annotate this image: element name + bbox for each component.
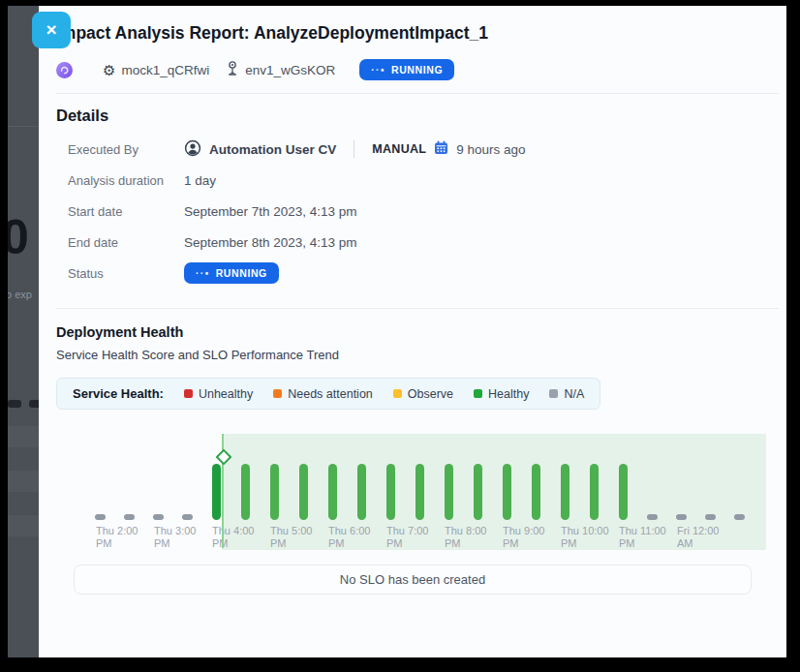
legend-swatch-icon [393,389,402,398]
executed-time: 9 hours ago [456,142,525,157]
close-button[interactable]: × [32,12,71,48]
detail-label: Executed By [68,142,184,157]
background-pill [29,400,39,408]
health-bar[interactable] [241,464,250,520]
x-axis-tick-label: Fri 12:00AM [677,525,719,550]
x-axis-tick-label: Thu 3:00PM [154,525,196,550]
background-metric-number: 0 [8,209,28,265]
health-bar[interactable] [328,464,337,520]
background-partial-text: o exp [8,289,32,300]
detail-row-end-date: End date September 8th 2023, 4:13 pm [56,231,769,253]
legend-item: Observe [393,387,453,401]
executed-by-user: Automation User CV [209,142,336,157]
legend-label: Unhealthy [199,387,253,401]
health-bar[interactable] [386,464,395,520]
health-bar[interactable] [182,514,193,520]
details-section: Details Executed By Automation User CV M… [39,94,786,295]
health-bar[interactable] [124,514,135,520]
health-bar[interactable] [445,464,453,520]
vertical-divider [354,140,354,158]
status-badge-label: RUNNING [216,267,267,279]
health-bar[interactable] [705,514,716,520]
detail-row-executed-by: Executed By Automation User CV MANUAL [56,138,769,160]
legend-label: Needs attention [288,387,373,401]
meta-row: ⚙ mock1_qCRfwi env1_wGsKOR ··• [56,59,769,80]
chart-subtitle: Service Health Score and SLO Performance… [56,348,769,362]
legend-label: Healthy [488,387,529,401]
health-bar[interactable] [619,464,628,520]
health-bar[interactable] [503,464,511,520]
environment-name: env1_wGsKOR [245,63,335,77]
legend-item: Unhealthy [184,387,253,401]
page-title: Impact Analysis Report: AnalyzeDeploymen… [56,23,769,44]
background-table-row [8,426,39,447]
health-bar[interactable] [270,464,279,520]
x-axis-tick-label: Thu 8:00PM [445,525,486,550]
detail-label: Start date [68,204,184,219]
detail-value: September 7th 2023, 4:13 pm [184,204,357,219]
x-axis-tick-label: Thu 10:00PM [561,525,609,550]
x-axis-tick-label: Thu 9:00PM [503,525,544,550]
health-bar[interactable] [474,464,482,520]
health-bar[interactable] [357,464,366,520]
workflow-name: mock1_qCRfwi [121,63,209,77]
health-bar[interactable] [299,464,308,520]
legend-item: Healthy [474,387,529,401]
screenshot-frame: 0 o exp × Impact Analysis Report: Analyz… [0,0,800,672]
running-dots-icon: ··• [196,268,210,279]
background-pill [8,400,21,408]
detail-row-status: Status ··• RUNNING [56,262,769,284]
health-bar[interactable] [212,464,221,520]
running-dots-icon: ··• [371,65,385,76]
environment-icon [226,60,239,79]
legend-swatch-icon [273,389,282,398]
background-table-row [8,471,39,492]
details-heading: Details [56,107,769,125]
health-bar[interactable] [153,514,164,520]
health-bar[interactable] [415,464,424,520]
impact-analysis-icon [56,62,73,78]
legend-title: Service Health: [73,386,164,401]
x-axis-tick-label: Thu 6:00PM [328,525,370,550]
no-slo-message-box: No SLO has been created [74,565,752,595]
health-bar[interactable] [95,514,106,520]
detail-label: End date [68,235,184,250]
legend-label: Observe [408,387,453,401]
status-badge: ··• RUNNING [184,262,279,284]
status-badge-label: RUNNING [391,64,443,76]
health-chart: Thu 2:00PMThu 3:00PMThu 4:00PMThu 5:00PM… [56,427,773,555]
health-bar[interactable] [561,464,569,520]
x-axis-tick-label: Thu 4:00PM [212,525,254,550]
health-bar[interactable] [532,464,540,520]
service-health-legend: Service Health: UnhealthyNeeds attention… [56,378,600,410]
no-slo-message: No SLO has been created [340,572,485,587]
legend-item: N/A [549,387,584,401]
workflow-reference[interactable]: ⚙ mock1_qCRfwi [103,63,209,77]
x-axis-tick-label: Thu 11:00PM [619,525,666,550]
detail-value: September 8th 2023, 4:13 pm [184,235,357,250]
impact-analysis-modal: Impact Analysis Report: AnalyzeDeploymen… [39,6,786,657]
health-bar[interactable] [590,464,599,520]
modal-header: Impact Analysis Report: AnalyzeDeploymen… [39,6,786,80]
deployment-health-section: Deployment Health Service Health Score a… [39,309,786,595]
environment-reference[interactable]: env1_wGsKOR [226,60,335,79]
dimmed-background-page: 0 o exp [8,6,39,657]
detail-label: Analysis duration [68,173,184,188]
background-table-row [8,515,39,536]
legend-swatch-icon [184,389,193,398]
user-avatar-icon [184,139,201,160]
trigger-type: MANUAL [372,142,426,156]
calendar-icon [434,140,448,158]
detail-row-analysis-duration: Analysis duration 1 day [56,169,769,191]
gear-icon: ⚙ [103,63,115,77]
background-row-line [8,126,39,127]
x-axis-tick-label: Thu 7:00PM [386,525,428,550]
legend-swatch-icon [474,389,482,398]
health-bar[interactable] [676,514,687,520]
x-axis-tick-label: Thu 5:00PM [270,525,312,550]
health-bar[interactable] [734,514,745,520]
status-badge: ··• RUNNING [359,59,454,80]
detail-row-start-date: Start date September 7th 2023, 4:13 pm [56,200,769,222]
health-bar[interactable] [647,514,658,520]
x-axis-tick-label: Thu 2:00PM [96,525,138,550]
